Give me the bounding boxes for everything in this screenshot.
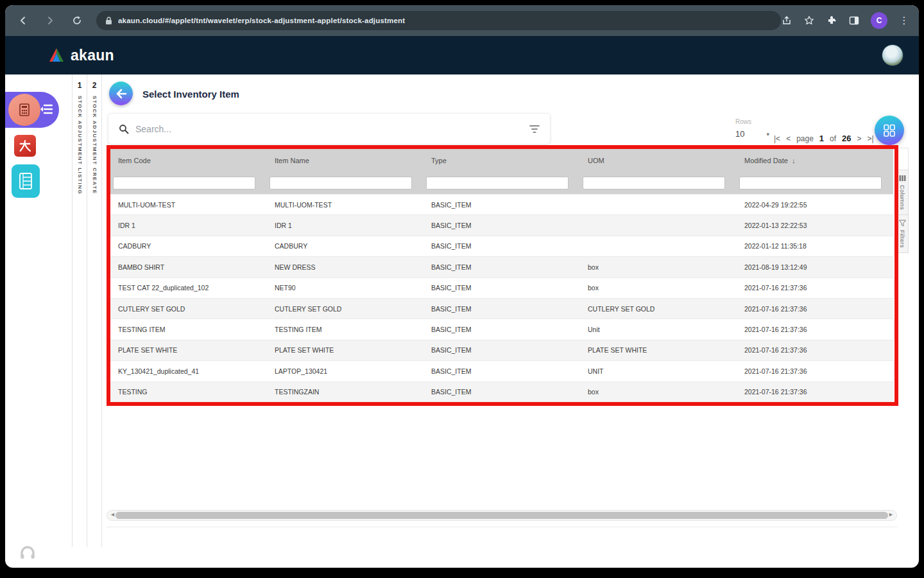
- url-bar[interactable]: akaun.cloud/#/applet/tnt/wavelet/erp/sto…: [96, 11, 781, 30]
- filter-cell-item_name: [267, 177, 424, 189]
- browser-reload-icon[interactable]: [71, 14, 83, 27]
- cell-item_name: NEW DRESS: [267, 263, 424, 271]
- search-bar: [108, 113, 551, 144]
- tab-stock-adjustment-create[interactable]: 2 STOCK ADJUSTMENT CREATE: [87, 74, 101, 547]
- columns-label: Columns: [899, 185, 905, 210]
- applet-switcher-button[interactable]: [5, 92, 59, 128]
- scrollbar-thumb[interactable]: [116, 512, 888, 519]
- back-arrow-icon: [116, 89, 127, 99]
- table-row[interactable]: CUTLERY SET GOLDCUTLERY SET GOLDBASIC_IT…: [110, 298, 893, 319]
- table-row[interactable]: MULTI-UOM-TESTMULTI-UOM-TESTBASIC_ITEM20…: [110, 194, 893, 215]
- search-icon: [119, 124, 129, 134]
- column-filter-input-item_name[interactable]: [270, 177, 412, 189]
- scroll-right-icon[interactable]: ►: [888, 511, 894, 518]
- filter-list-icon[interactable]: [529, 125, 540, 134]
- pdf-applet-icon[interactable]: [14, 135, 36, 157]
- cell-type: BASIC_ITEM: [424, 367, 580, 375]
- table-row[interactable]: KY_130421_duplicated_41LAPTOP_130421BASI…: [110, 360, 893, 381]
- cell-modified_date: 2021-08-19 13:12:49: [737, 263, 893, 271]
- sort-arrow-icon: ↓: [792, 157, 796, 164]
- cell-type: BASIC_ITEM: [424, 242, 580, 250]
- column-filter-input-modified_date[interactable]: [739, 177, 882, 189]
- filter-cell-type: [424, 177, 580, 189]
- extensions-icon[interactable]: [826, 15, 837, 26]
- cell-item_code: TESTING ITEM: [110, 326, 267, 333]
- browser-profile-avatar[interactable]: C: [871, 12, 887, 29]
- rows-select[interactable]: 10 ▾: [735, 129, 769, 139]
- column-header-type[interactable]: Type: [424, 157, 580, 164]
- last-page-button[interactable]: >|: [868, 134, 874, 143]
- prev-page-button[interactable]: <: [786, 134, 791, 143]
- vertical-tab-strip: 1 STOCK ADJUSTMENT LISTING 2 STOCK ADJUS…: [72, 74, 102, 547]
- cell-modified_date: 2022-01-12 11:35:18: [737, 242, 893, 250]
- tab-stock-adjustment-listing[interactable]: 1 STOCK ADJUSTMENT LISTING: [72, 74, 87, 547]
- table-filter-row: [110, 172, 893, 194]
- cell-modified_date: 2021-07-16 21:37:36: [737, 367, 893, 375]
- table-row[interactable]: IDR 1IDR 1BASIC_ITEM2022-01-13 22:22:53: [110, 215, 893, 235]
- side-panel-spacer: [896, 148, 909, 170]
- applet-icon: [8, 94, 40, 126]
- support-headset-icon[interactable]: [19, 545, 36, 564]
- browser-back-icon[interactable]: [17, 14, 30, 27]
- column-header-modified_date[interactable]: Modified Date↓: [737, 157, 893, 164]
- browser-forward-icon[interactable]: [44, 14, 56, 27]
- cell-type: BASIC_ITEM: [424, 326, 580, 333]
- table-body: MULTI-UOM-TESTMULTI-UOM-TESTBASIC_ITEM20…: [110, 194, 893, 402]
- cell-type: BASIC_ITEM: [424, 201, 580, 209]
- cell-item_name: PLATE SET WHITE: [267, 346, 424, 354]
- cell-uom: Unit: [580, 326, 737, 333]
- ledger-applet-icon[interactable]: [12, 164, 40, 198]
- first-page-button[interactable]: |<: [774, 134, 780, 143]
- columns-toggle[interactable]: Columns: [896, 170, 909, 215]
- next-page-button[interactable]: >: [857, 134, 862, 143]
- search-input[interactable]: [135, 124, 529, 134]
- cell-type: BASIC_ITEM: [424, 388, 580, 396]
- pagination: |< < page 1 of 26 > >|: [774, 134, 874, 143]
- side-panel-icon[interactable]: [848, 15, 860, 26]
- horizontal-scrollbar[interactable]: ◄ ►: [107, 510, 897, 521]
- table-row[interactable]: TESTINGTESTINGZAINBASIC_ITEMbox2021-07-1…: [110, 381, 893, 402]
- caret-down-icon: ▾: [766, 131, 769, 137]
- user-avatar[interactable]: [882, 44, 903, 66]
- table-row[interactable]: CADBURYCADBURYBASIC_ITEM2022-01-12 11:35…: [110, 236, 893, 256]
- column-filter-input-uom[interactable]: [583, 177, 725, 189]
- inventory-table: Item CodeItem NameTypeUOMModified Date↓ …: [110, 149, 893, 402]
- filter-cell-uom: [580, 177, 737, 189]
- bookmark-star-icon[interactable]: [803, 15, 815, 26]
- kebab-menu-icon[interactable]: ⋮: [898, 15, 910, 26]
- lock-icon: [105, 17, 112, 25]
- column-header-uom[interactable]: UOM: [580, 157, 737, 164]
- akaun-triangle-icon: [47, 47, 65, 64]
- column-filter-input-type[interactable]: [426, 177, 569, 189]
- column-filter-input-item_code[interactable]: [113, 177, 255, 189]
- scroll-left-icon[interactable]: ◄: [110, 511, 116, 518]
- filters-toggle[interactable]: Filters: [896, 215, 909, 253]
- cell-item_name: LAPTOP_130421: [267, 367, 424, 375]
- app-header: akaun: [5, 36, 919, 74]
- cell-uom: box: [580, 263, 737, 271]
- table-row[interactable]: PLATE SET WHITEPLATE SET WHITEBASIC_ITEM…: [110, 340, 893, 360]
- table-side-panel: Columns Filters: [896, 148, 909, 253]
- cell-item_name: NET90: [267, 284, 424, 292]
- cell-modified_date: 2021-07-16 21:37:36: [737, 284, 893, 292]
- table-row[interactable]: TEST CAT 22_duplicated_102NET90BASIC_ITE…: [110, 277, 893, 298]
- columns-icon: [899, 175, 906, 182]
- table-row[interactable]: TESTING ITEMTESTING ITEMBASIC_ITEMUnit20…: [110, 319, 893, 339]
- rows-per-page: Rows 10 ▾: [735, 118, 769, 139]
- grid-view-button[interactable]: [875, 116, 904, 145]
- cell-item_name: CUTLERY SET GOLD: [267, 305, 424, 313]
- table-row[interactable]: BAMBO SHIRTNEW DRESSBASIC_ITEMbox2021-08…: [110, 256, 893, 277]
- url-text: akaun.cloud/#/applet/tnt/wavelet/erp/sto…: [118, 17, 405, 24]
- akaun-logo: akaun: [47, 47, 114, 64]
- cell-uom: box: [580, 388, 737, 396]
- cell-modified_date: 2021-07-16 21:37:36: [737, 326, 893, 333]
- cell-item_code: TEST CAT 22_duplicated_102: [110, 284, 267, 292]
- column-header-item_name[interactable]: Item Name: [267, 157, 424, 164]
- column-header-item_code[interactable]: Item Code: [110, 157, 267, 164]
- back-button[interactable]: [109, 82, 133, 105]
- share-icon[interactable]: [781, 15, 792, 26]
- tab-label: STOCK ADJUSTMENT LISTING: [77, 96, 83, 195]
- cell-item_name: IDR 1: [267, 222, 424, 229]
- cell-item_code: BAMBO SHIRT: [110, 263, 267, 271]
- cell-item_name: TESTINGZAIN: [267, 388, 424, 396]
